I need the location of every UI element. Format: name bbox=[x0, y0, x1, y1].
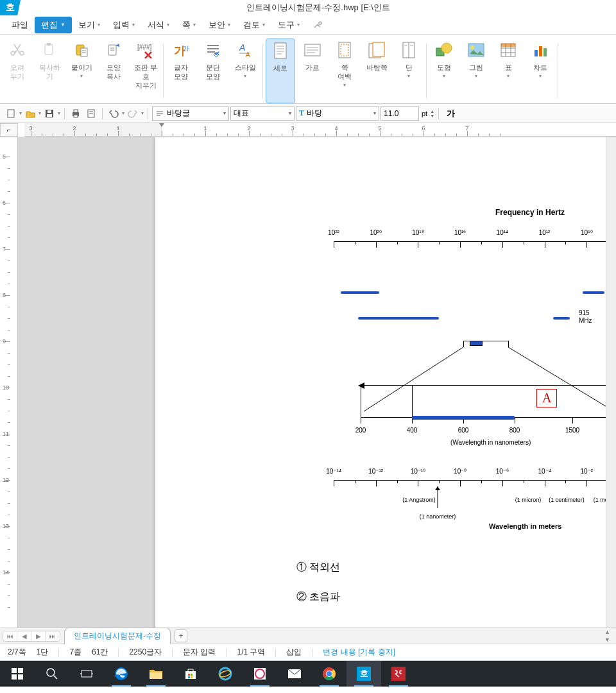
save-button[interactable] bbox=[42, 107, 56, 121]
char-format-button[interactable]: 가가 글자 모양 bbox=[166, 38, 196, 103]
status-insert: 삽입 bbox=[286, 647, 302, 658]
svg-rect-79 bbox=[188, 676, 190, 678]
start-button[interactable] bbox=[0, 661, 35, 687]
table-label: 표 bbox=[505, 63, 512, 72]
page-area[interactable]: Frequency in Hertz 10²²10²⁰10¹⁸10¹⁶10¹⁴1… bbox=[18, 137, 616, 628]
rep-select[interactable]: 대표▾ bbox=[230, 107, 295, 121]
margin-label: 쪽 여백 bbox=[338, 63, 352, 81]
svg-text:A: A bbox=[246, 51, 250, 58]
menu-input[interactable]: 입력▾ bbox=[107, 17, 141, 33]
menu-edit[interactable]: 편집▼ bbox=[35, 17, 72, 33]
vertical-button[interactable]: 세로 bbox=[266, 38, 295, 103]
size-down-button[interactable]: ▼ bbox=[430, 114, 434, 118]
chevron-down-icon: ▾ bbox=[407, 73, 410, 79]
separator bbox=[102, 108, 103, 119]
erase-codes-button[interactable]: [###] 조판 부호 지우기 bbox=[131, 38, 160, 103]
ie-button[interactable] bbox=[208, 661, 243, 687]
svg-rect-48 bbox=[8, 110, 14, 117]
margin-icon bbox=[334, 40, 355, 60]
background-page-button[interactable]: 바탕쪽 bbox=[362, 38, 391, 103]
unit-nanometer: (1 nanometer) bbox=[420, 513, 456, 520]
explorer-button[interactable] bbox=[139, 661, 173, 687]
scroll-up-button[interactable]: ▲ bbox=[604, 629, 615, 635]
font-select[interactable]: T 바탕▾ bbox=[296, 107, 379, 121]
menu-tools[interactable]: 도구▾ bbox=[271, 17, 306, 33]
unit-centimeter: (1 centimeter) bbox=[549, 497, 585, 503]
undo-button[interactable] bbox=[107, 107, 121, 121]
pdf-icon bbox=[391, 667, 406, 681]
app-icon bbox=[253, 667, 267, 681]
edge-button[interactable] bbox=[104, 661, 139, 687]
preview-button[interactable] bbox=[84, 107, 98, 121]
new-doc-button[interactable] bbox=[4, 107, 18, 121]
svg-line-62 bbox=[508, 347, 614, 411]
shape-copy-label: 모양 복사 bbox=[107, 63, 121, 81]
tab-last-button[interactable]: ⏭ bbox=[46, 631, 60, 641]
horizontal-button[interactable]: 가로 bbox=[298, 38, 327, 103]
margin-button[interactable]: 쪽 여백 ▾ bbox=[330, 38, 359, 103]
redo-button[interactable] bbox=[126, 107, 140, 121]
para-format-button[interactable]: 문단 모양 bbox=[198, 38, 228, 103]
picture-button[interactable]: 그림 ▾ bbox=[461, 38, 491, 103]
paste-button[interactable]: 붙이기 ▾ bbox=[67, 38, 96, 103]
table-icon bbox=[498, 40, 518, 60]
bold-indicator[interactable]: 가 bbox=[447, 108, 455, 119]
print-button[interactable] bbox=[69, 107, 83, 121]
windows-taskbar: 호 bbox=[0, 661, 616, 687]
menu-format[interactable]: 서식▾ bbox=[141, 17, 176, 33]
chart-button[interactable]: 차트 ▾ bbox=[526, 38, 555, 103]
svg-rect-30 bbox=[373, 42, 384, 56]
shape-copy-button[interactable]: 모양 복사 bbox=[99, 38, 128, 103]
tab-first-button[interactable]: ⏮ bbox=[3, 631, 17, 641]
vertical-ruler[interactable]: 567891011121314 bbox=[0, 137, 18, 628]
menu-review[interactable]: 검토▾ bbox=[237, 17, 271, 33]
menu-security[interactable]: 보안▾ bbox=[202, 17, 237, 33]
cut-button[interactable]: 오려 두기 bbox=[3, 38, 32, 103]
document-tab-label: 인트레이닝시험문제-수정 bbox=[74, 631, 161, 640]
column-button[interactable]: 단 ▾ bbox=[394, 38, 424, 103]
status-bar: 2/7쪽 1단 7줄 61칸 2250글자 문자 입력 1/1 구역 삽입 변경… bbox=[0, 644, 616, 661]
copy-button[interactable]: 복사하기 bbox=[35, 38, 64, 103]
store-button[interactable] bbox=[173, 661, 208, 687]
ruler-row: ⌐ 3211234567 bbox=[0, 123, 616, 137]
chevron-down-icon: ▾ bbox=[475, 73, 477, 79]
chevron-down-icon: ▾ bbox=[244, 73, 246, 79]
table-button[interactable]: 표 ▾ bbox=[493, 38, 523, 103]
vertical-scrollbar[interactable] bbox=[606, 137, 616, 628]
tab-prev-button[interactable]: ◀ bbox=[17, 631, 31, 641]
menu-file[interactable]: 파일 bbox=[5, 17, 35, 33]
document-tab[interactable]: 인트레이닝시험문제-수정 bbox=[64, 628, 171, 644]
hangul-button[interactable]: 호 bbox=[346, 661, 381, 687]
status-change-tracking[interactable]: 변경 내용 [기록 중지] bbox=[323, 647, 395, 658]
open-button[interactable] bbox=[23, 107, 37, 121]
chrome-button[interactable] bbox=[312, 661, 346, 687]
menu-view[interactable]: 보기▾ bbox=[72, 17, 107, 33]
paragraph-style-select[interactable]: 바탕글▾ bbox=[152, 107, 229, 121]
pdf-button[interactable] bbox=[381, 661, 416, 687]
column-label: 단 bbox=[406, 63, 413, 72]
menu-page[interactable]: 쪽▾ bbox=[176, 17, 202, 33]
char-icon: 가가 bbox=[171, 40, 191, 60]
add-tab-button[interactable]: + bbox=[175, 629, 187, 642]
windows-icon bbox=[10, 667, 24, 681]
menu-extra[interactable] bbox=[306, 17, 329, 33]
menu-bar: 파일 편집▼ 보기▾ 입력▾ 서식▾ 쪽▾ 보안▾ 검토▾ 도구▾ bbox=[0, 15, 616, 35]
separator bbox=[58, 648, 59, 657]
size-up-button[interactable]: ▲ bbox=[430, 109, 434, 114]
mail-button[interactable] bbox=[277, 661, 312, 687]
search-icon bbox=[45, 667, 59, 681]
style-label: 스타일 bbox=[235, 63, 256, 72]
horizontal-ruler[interactable]: 3211234567 bbox=[24, 123, 616, 137]
taskview-button[interactable] bbox=[69, 661, 104, 687]
style-button[interactable]: AA 스타일 ▾ bbox=[230, 38, 260, 103]
edge-icon bbox=[114, 667, 128, 681]
svg-point-69 bbox=[47, 669, 55, 676]
app1-button[interactable] bbox=[243, 661, 277, 687]
font-size-input[interactable]: 11.0 bbox=[381, 107, 419, 121]
shape-button[interactable]: 도형 ▾ bbox=[429, 38, 459, 103]
tab-next-button[interactable]: ▶ bbox=[31, 631, 46, 641]
svg-rect-18 bbox=[275, 43, 286, 58]
freq-915-label: 915 bbox=[579, 309, 590, 316]
search-button[interactable] bbox=[35, 661, 69, 687]
scroll-down-button[interactable]: ▼ bbox=[604, 637, 615, 643]
